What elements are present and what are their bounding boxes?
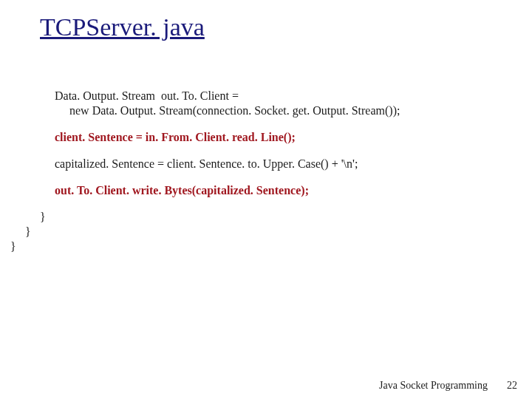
code-line-4: capitalized. Sentence = client. Sentence… [55, 157, 400, 171]
footer-text: Java Socket Programming [379, 380, 488, 392]
slide-title: TCPServer. java [40, 13, 205, 41]
code-brace-1: } [10, 239, 400, 254]
code-line-1: Data. Output. Stream out. To. Client = [55, 89, 400, 103]
code-line-5: out. To. Client. write. Bytes(capitalize… [55, 183, 400, 198]
code-brace-3: } [40, 210, 400, 225]
code-line-2: new Data. Output. Stream(connection. Soc… [55, 103, 400, 118]
code-brace-2: } [25, 225, 400, 239]
page-number: 22 [507, 380, 517, 392]
code-line-3: client. Sentence = in. From. Client. rea… [55, 130, 400, 145]
code-block: Data. Output. Stream out. To. Client = n… [55, 89, 400, 254]
